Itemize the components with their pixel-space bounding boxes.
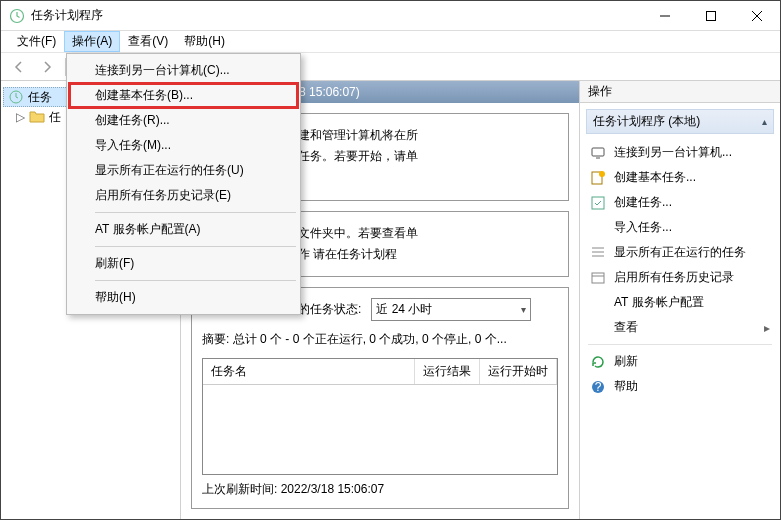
chevron-down-icon: ▾ — [521, 304, 526, 315]
computer-icon — [590, 145, 606, 161]
action-enable-history[interactable]: 启用所有任务历史记录 — [586, 265, 774, 290]
menu-refresh[interactable]: 刷新(F) — [69, 251, 298, 276]
menu-connect[interactable]: 连接到另一台计算机(C)... — [69, 58, 298, 83]
menu-file[interactable]: 文件(F) — [9, 31, 64, 52]
maximize-button[interactable] — [688, 1, 734, 31]
chevron-right-icon: ▸ — [764, 321, 770, 335]
help-icon: ? — [590, 379, 606, 395]
actions-group-label: 任务计划程序 (本地) — [593, 113, 700, 130]
close-button[interactable] — [734, 1, 780, 31]
folder-icon — [29, 109, 45, 125]
action-connect[interactable]: 连接到另一台计算机... — [586, 140, 774, 165]
menu-view[interactable]: 查看(V) — [120, 31, 176, 52]
period-combobox[interactable]: 近 24 小时 ▾ — [371, 298, 531, 321]
menu-create-task[interactable]: 创建任务(R)... — [69, 108, 298, 133]
clock-icon — [8, 89, 24, 105]
summary-text: 摘要: 总计 0 个 - 0 个正在运行, 0 个成功, 0 个停止, 0 个.… — [202, 331, 558, 348]
window-title: 任务计划程序 — [31, 7, 103, 24]
col-name[interactable]: 任务名 — [203, 359, 415, 384]
menu-help[interactable]: 帮助(H) — [176, 31, 233, 52]
menu-separator — [95, 212, 296, 213]
task-icon — [590, 195, 606, 211]
menu-enable-history[interactable]: 启用所有任务历史记录(E) — [69, 183, 298, 208]
nav-forward-button[interactable] — [35, 56, 59, 78]
task-table: 任务名 运行结果 运行开始时 — [202, 358, 558, 475]
menu-at-config[interactable]: AT 服务帐户配置(A) — [69, 217, 298, 242]
period-value: 近 24 小时 — [376, 301, 432, 318]
action-at-config[interactable]: AT 服务帐户配置 — [586, 290, 774, 315]
svg-rect-7 — [592, 273, 604, 283]
refresh-icon — [590, 354, 606, 370]
minimize-button[interactable] — [642, 1, 688, 31]
table-header: 任务名 运行结果 运行开始时 — [203, 359, 557, 385]
nav-back-button[interactable] — [7, 56, 31, 78]
action-menu-dropdown: 连接到另一台计算机(C)... 创建基本任务(B)... 创建任务(R)... … — [66, 53, 301, 315]
action-show-running[interactable]: 显示所有正在运行的任务 — [586, 240, 774, 265]
actions-list-2: 刷新 ?帮助 — [580, 349, 780, 399]
history-icon — [590, 270, 606, 286]
import-icon — [590, 220, 606, 236]
svg-text:?: ? — [595, 380, 602, 394]
action-refresh[interactable]: 刷新 — [586, 349, 774, 374]
menu-show-running[interactable]: 显示所有正在运行的任务(U) — [69, 158, 298, 183]
menu-help[interactable]: 帮助(H) — [69, 285, 298, 310]
tree-child-label: 任 — [49, 109, 61, 126]
actions-title: 操作 — [580, 81, 780, 103]
svg-rect-3 — [592, 148, 604, 156]
last-refresh: 上次刷新时间: 2022/3/18 15:06:07 — [202, 475, 558, 498]
menu-separator — [95, 280, 296, 281]
wizard-icon — [590, 170, 606, 186]
menu-import-task[interactable]: 导入任务(M)... — [69, 133, 298, 158]
collapse-icon: ▴ — [762, 116, 767, 127]
menu-separator — [95, 246, 296, 247]
window: 任务计划程序 文件(F) 操作(A) 查看(V) 帮助(H) 任务 ▷ — [0, 0, 781, 520]
svg-rect-1 — [707, 11, 716, 20]
tree-root-label: 任务 — [28, 89, 52, 106]
actions-panel: 操作 任务计划程序 (本地) ▴ 连接到另一台计算机... 创建基本任务... … — [580, 81, 780, 519]
expand-icon[interactable]: ▷ — [15, 110, 25, 124]
window-controls — [642, 1, 780, 31]
status-panel: 在以下时间段启动的任务状态: 近 24 小时 ▾ 摘要: 总计 0 个 - 0 … — [191, 287, 569, 509]
app-icon — [9, 8, 25, 24]
actions-group-header[interactable]: 任务计划程序 (本地) ▴ — [586, 109, 774, 134]
menu-create-basic-task[interactable]: 创建基本任务(B)... — [69, 83, 298, 108]
user-icon — [590, 295, 606, 311]
separator — [588, 344, 772, 345]
action-help[interactable]: ?帮助 — [586, 374, 774, 399]
menu-action[interactable]: 操作(A) — [64, 31, 120, 52]
action-view[interactable]: 查看▸ — [586, 315, 774, 340]
svg-rect-6 — [592, 197, 604, 209]
list-icon — [590, 245, 606, 261]
action-create-task[interactable]: 创建任务... — [586, 190, 774, 215]
actions-list: 连接到另一台计算机... 创建基本任务... 创建任务... 导入任务... 显… — [580, 140, 780, 340]
action-create-basic[interactable]: 创建基本任务... — [586, 165, 774, 190]
col-result[interactable]: 运行结果 — [415, 359, 480, 384]
col-start[interactable]: 运行开始时 — [480, 359, 557, 384]
menu-bar: 文件(F) 操作(A) 查看(V) 帮助(H) — [1, 31, 780, 53]
svg-point-5 — [599, 171, 605, 177]
title-bar: 任务计划程序 — [1, 1, 780, 31]
action-import[interactable]: 导入任务... — [586, 215, 774, 240]
view-icon — [590, 320, 606, 336]
